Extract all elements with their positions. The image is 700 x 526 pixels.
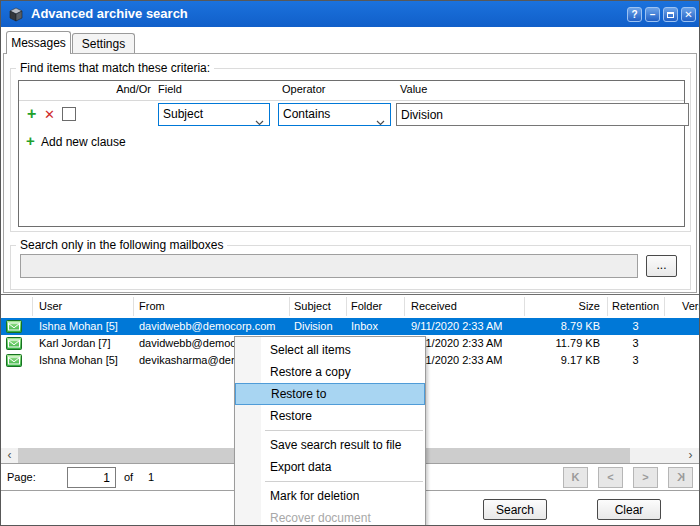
mailboxes-field[interactable] <box>20 254 638 278</box>
mail-icon <box>6 337 22 352</box>
menu-item-mark-for-deletion[interactable]: Mark for deletion <box>235 485 425 507</box>
cell-size: 9.17 KB <box>524 352 607 369</box>
column-divider <box>404 297 405 316</box>
minimize-button[interactable]: – <box>645 7 660 22</box>
title-bar[interactable]: Advanced archive search ? – ✕ <box>1 1 699 27</box>
column-header-user[interactable]: User <box>32 295 133 318</box>
column-header-received[interactable]: Received <box>404 295 524 318</box>
cell-folder: Inbox <box>346 318 404 335</box>
menu-item-recover-document: Recover document <box>235 507 425 526</box>
advanced-archive-search-dialog: Advanced archive search ? – ✕ Messages S… <box>0 0 700 526</box>
menu-item-select-all-items[interactable]: Select all items <box>235 339 425 361</box>
column-header-folder[interactable]: Folder <box>346 295 404 318</box>
header-value: Value <box>400 83 427 95</box>
remove-clause-icon[interactable]: ✕ <box>44 108 55 122</box>
maximize-button[interactable] <box>663 7 678 22</box>
cell-user: Ishna Mohan [5] <box>32 318 133 335</box>
column-divider <box>133 297 134 316</box>
chevron-down-icon <box>376 112 385 130</box>
cell-subject: Division <box>289 318 346 335</box>
menu-item-restore-a-copy[interactable]: Restore a copy <box>235 361 425 383</box>
operator-dropdown-value: Contains <box>283 104 330 125</box>
page-label: Page: <box>7 464 36 491</box>
browse-mailboxes-button[interactable]: ... <box>646 255 677 277</box>
mail-icon <box>6 354 22 369</box>
messages-tab-page: Find items that match these criteria: An… <box>3 53 697 293</box>
cell-size: 8.79 KB <box>524 318 607 335</box>
value-input[interactable] <box>396 103 689 126</box>
last-page-button[interactable]: K <box>668 467 693 488</box>
cell-retention: 3 <box>607 335 664 352</box>
menu-separator <box>235 427 425 434</box>
column-header-retention[interactable]: Retention <box>607 295 664 318</box>
column-divider <box>664 297 665 316</box>
add-new-clause-icon[interactable]: + <box>26 133 35 149</box>
mailboxes-groupbox: Search only in the following mailboxes .… <box>10 245 691 290</box>
table-row[interactable]: Ishna Mohan [5] davidwebb@democorp.com D… <box>1 318 699 335</box>
scroll-right-icon[interactable]: › <box>682 448 699 463</box>
cell-from: davidwebb@democorp.com <box>133 318 289 335</box>
cell-retention: 3 <box>607 352 664 369</box>
next-page-button[interactable]: > <box>633 467 658 488</box>
field-dropdown[interactable]: Subject <box>158 103 270 126</box>
clause-checkbox[interactable] <box>62 107 76 121</box>
column-header-size[interactable]: Size <box>524 295 607 318</box>
search-button[interactable]: Search <box>483 499 547 520</box>
column-header-subject[interactable]: Subject <box>289 295 346 318</box>
help-button[interactable]: ? <box>627 7 642 22</box>
scroll-left-icon[interactable]: ‹ <box>1 448 18 463</box>
column-divider <box>289 297 290 316</box>
cell-user: Ishna Mohan [5] <box>32 352 133 369</box>
menu-item-restore-to[interactable]: Restore to <box>235 383 425 405</box>
last-page-icon: K <box>677 468 685 487</box>
page-of-label: of <box>124 464 133 491</box>
cell-size: 11.79 KB <box>524 335 607 352</box>
column-divider <box>346 297 347 316</box>
menu-item-export-data[interactable]: Export data <box>235 456 425 478</box>
help-icon: ? <box>631 9 637 20</box>
header-and-or: And/Or <box>59 83 151 95</box>
cell-received: 9/11/2020 2:33 AM <box>404 318 524 335</box>
context-menu: Select all items Restore a copy Restore … <box>234 336 426 526</box>
clear-button[interactable]: Clear <box>597 499 661 520</box>
add-new-clause-link[interactable]: Add new clause <box>41 135 126 149</box>
criteria-group-label: Find items that match these criteria: <box>16 61 214 75</box>
mail-icon <box>6 320 22 335</box>
column-header-version[interactable]: Version <box>664 295 699 318</box>
header-field: Field <box>158 83 182 95</box>
maximize-icon <box>667 12 674 18</box>
operator-dropdown[interactable]: Contains <box>278 103 391 126</box>
close-icon: ✕ <box>684 9 692 20</box>
first-page-button[interactable]: K <box>563 467 588 488</box>
mailboxes-group-label: Search only in the following mailboxes <box>16 238 227 252</box>
menu-separator <box>235 478 425 485</box>
window-title: Advanced archive search <box>31 1 188 27</box>
page-number-input[interactable] <box>67 467 116 488</box>
tab-messages[interactable]: Messages <box>6 31 71 54</box>
previous-page-icon: < <box>607 471 613 483</box>
field-dropdown-value: Subject <box>163 104 203 125</box>
page-total: 1 <box>148 464 154 491</box>
first-page-icon: K <box>572 471 580 483</box>
column-divider <box>32 297 33 316</box>
column-divider <box>524 297 525 316</box>
minimize-icon: – <box>650 9 656 20</box>
cell-retention: 3 <box>607 318 664 335</box>
close-button[interactable]: ✕ <box>681 7 696 22</box>
column-divider <box>607 297 608 316</box>
chevron-down-icon <box>255 112 264 130</box>
next-page-icon: > <box>642 471 648 483</box>
tab-settings[interactable]: Settings <box>72 33 135 54</box>
menu-item-save-search-result-to-file[interactable]: Save search result to file <box>235 434 425 456</box>
criteria-groupbox: Find items that match these criteria: An… <box>10 68 691 232</box>
header-divider <box>19 100 684 101</box>
grid-header: User From Subject Folder Received Size R… <box>1 295 699 318</box>
previous-page-button[interactable]: < <box>598 467 623 488</box>
clause-panel: And/Or Field Operator Value + ✕ Subject … <box>18 80 685 227</box>
header-operator: Operator <box>282 83 325 95</box>
cell-user: Karl Jordan [7] <box>32 335 133 352</box>
column-header-from[interactable]: From <box>133 295 289 318</box>
add-clause-icon[interactable]: + <box>27 106 36 122</box>
menu-item-restore[interactable]: Restore <box>235 405 425 427</box>
archive-app-icon <box>8 6 24 22</box>
